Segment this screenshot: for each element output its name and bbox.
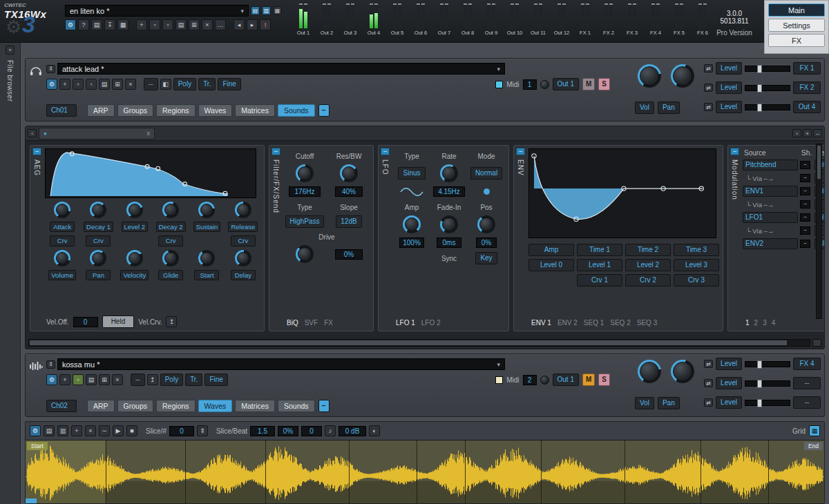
mod-source-select[interactable]: ENV2 bbox=[743, 238, 798, 249]
filter-tab[interactable]: SVF bbox=[305, 319, 318, 327]
lfo-rate-knob[interactable] bbox=[440, 164, 458, 182]
env-tab[interactable]: SEQ 3 bbox=[637, 319, 657, 327]
route-icon[interactable]: ⇄ bbox=[704, 64, 713, 72]
send-level-slider[interactable] bbox=[745, 104, 790, 110]
save-icon[interactable]: ▥ bbox=[57, 425, 68, 436]
env-envelope-display[interactable] bbox=[528, 148, 716, 238]
vol-button[interactable]: Vol bbox=[635, 101, 654, 114]
mod-shape-icon[interactable]: ~ bbox=[800, 187, 810, 195]
strip-tab-sounds[interactable]: Sounds bbox=[278, 400, 315, 412]
waveform-display[interactable]: Start End bbox=[26, 440, 824, 503]
mod-shape-icon[interactable]: ~ bbox=[800, 213, 810, 222]
add-icon[interactable]: + bbox=[59, 79, 70, 90]
play-icon[interactable]: ▶ bbox=[113, 425, 124, 436]
aeg-env-knob-0[interactable] bbox=[54, 202, 70, 218]
strip-tab-groups[interactable]: Groups bbox=[117, 104, 153, 117]
trash-icon[interactable]: ▦ bbox=[117, 19, 128, 30]
mod-shape-icon[interactable]: ~ bbox=[800, 200, 810, 209]
import-icon[interactable]: ↧ bbox=[104, 19, 115, 30]
mod-page-tab[interactable]: 4 bbox=[772, 319, 776, 327]
close-icon[interactable]: × bbox=[85, 425, 96, 436]
env-cell-0-0[interactable]: Amp bbox=[528, 244, 574, 256]
strip-tab-waves[interactable]: Waves bbox=[198, 104, 233, 117]
route-icon[interactable]: ⇄ bbox=[704, 360, 713, 368]
env-cell-1-2[interactable]: Level 2 bbox=[625, 259, 671, 271]
aeg-amp-knob-0[interactable] bbox=[54, 250, 70, 266]
aeg-crv-0[interactable]: Crv bbox=[50, 235, 75, 246]
aeg-envelope-display[interactable] bbox=[45, 148, 256, 198]
close-icon[interactable]: × bbox=[125, 79, 136, 90]
vel-curve-icon[interactable]: ↥ bbox=[166, 316, 177, 327]
send-dest-button[interactable]: FX 1 bbox=[793, 62, 821, 75]
transpose-button[interactable]: Tr. bbox=[185, 374, 202, 386]
send-level-button[interactable]: Level bbox=[716, 396, 742, 409]
env-cell-0-1[interactable]: Time 1 bbox=[577, 244, 622, 256]
pan-button[interactable]: Pan bbox=[658, 101, 680, 114]
editor-hscrollbar[interactable] bbox=[28, 339, 810, 347]
aeg-amp-knob-4[interactable] bbox=[198, 250, 215, 266]
mod-page-tab[interactable]: 1 bbox=[745, 319, 750, 327]
lfo-fadein-field[interactable]: 0ms bbox=[437, 238, 461, 248]
wave-end-marker[interactable]: End bbox=[804, 442, 823, 450]
slot-icon[interactable]: ▫ bbox=[86, 79, 97, 90]
program-spinner[interactable]: ⇕ bbox=[46, 360, 55, 369]
editor-scroll-corner[interactable] bbox=[812, 339, 821, 347]
lfo-amp-field[interactable]: 100% bbox=[399, 238, 424, 248]
contrast-icon[interactable]: ◧ bbox=[160, 79, 171, 90]
new-icon[interactable]: ▫ bbox=[73, 79, 84, 90]
strip-tab-sounds[interactable]: Sounds bbox=[278, 104, 315, 117]
env-cell-1-3[interactable]: Level 3 bbox=[674, 259, 719, 271]
env-cell-0-3[interactable]: Time 3 bbox=[674, 244, 719, 256]
aeg-env-knob-1[interactable] bbox=[90, 202, 106, 218]
export-icon[interactable]: ↥ bbox=[147, 374, 158, 385]
strip-tab-matrices[interactable]: Matrices bbox=[235, 104, 275, 117]
file-browser-expand-button[interactable]: + bbox=[6, 46, 15, 55]
send-level-slider[interactable] bbox=[745, 361, 790, 367]
mod-shape-icon[interactable]: ~ bbox=[800, 161, 810, 169]
tile-view-icon[interactable]: ▤ bbox=[251, 6, 260, 15]
collapse-strip-button[interactable]: – bbox=[318, 400, 330, 412]
midi-knob[interactable] bbox=[540, 80, 549, 89]
mod-page-tab[interactable]: 3 bbox=[763, 319, 767, 327]
send-dest-button[interactable]: -- bbox=[793, 396, 821, 409]
folder-icon[interactable]: ▤ bbox=[44, 425, 55, 436]
env-cell-0-2[interactable]: Time 2 bbox=[625, 244, 671, 256]
transpose-button[interactable]: Tr. bbox=[198, 78, 216, 90]
drive-field[interactable]: 0% bbox=[335, 249, 363, 260]
midi-knob[interactable] bbox=[540, 376, 549, 385]
lfo-pos-knob[interactable] bbox=[477, 215, 495, 233]
filter-slope-select[interactable]: 12dB bbox=[336, 215, 361, 228]
pan-knob[interactable] bbox=[671, 64, 694, 88]
waveform-canvas[interactable] bbox=[26, 440, 824, 503]
channel-select[interactable]: Ch02 bbox=[46, 400, 77, 412]
send-dest-button[interactable]: FX 4 bbox=[793, 358, 821, 370]
strip-tab-arp[interactable]: ARP bbox=[87, 400, 115, 412]
poly-button[interactable]: Poly bbox=[160, 374, 183, 386]
env-tab[interactable]: SEQ 1 bbox=[584, 319, 604, 327]
aeg-param2-1[interactable]: Pan bbox=[86, 270, 111, 280]
record-slot-icon[interactable]: ▫ bbox=[73, 374, 84, 385]
nav-settings[interactable]: Settings bbox=[768, 19, 825, 32]
mute-button[interactable]: M bbox=[582, 374, 595, 386]
filter-type-select[interactable]: HighPass bbox=[285, 215, 325, 228]
env-tab[interactable]: ENV 1 bbox=[531, 319, 551, 327]
audition-icon[interactable]: ♪ bbox=[325, 425, 336, 436]
midi-channel-field[interactable]: 1 bbox=[523, 79, 537, 90]
close-icon[interactable]: × bbox=[202, 19, 213, 30]
alert-icon[interactable]: ! bbox=[260, 19, 271, 30]
route-icon[interactable]: ⇄ bbox=[704, 103, 713, 111]
slice-sens-field[interactable]: 0% bbox=[278, 426, 298, 436]
help-icon[interactable]: ? bbox=[78, 19, 89, 30]
channel-select[interactable]: Ch01 bbox=[46, 104, 77, 117]
lfo-rate-field[interactable]: 4.15Hz bbox=[433, 186, 465, 197]
aeg-param-3[interactable]: Decay 2 bbox=[156, 222, 186, 232]
aeg-param-4[interactable]: Sustain bbox=[193, 222, 221, 232]
aeg-param2-3[interactable]: Glide bbox=[158, 270, 183, 280]
tab-scroll-right-icon[interactable]: › bbox=[792, 129, 801, 137]
collapse-panel-button[interactable]: – bbox=[381, 148, 390, 155]
strip-tab-waves[interactable]: Waves bbox=[198, 400, 233, 412]
lfo-pos-field[interactable]: 0% bbox=[476, 238, 497, 248]
fine-button[interactable]: Fine bbox=[218, 78, 240, 90]
send-level-button[interactable]: Level bbox=[716, 377, 742, 389]
collapse-panel-button[interactable]: – bbox=[32, 148, 41, 155]
